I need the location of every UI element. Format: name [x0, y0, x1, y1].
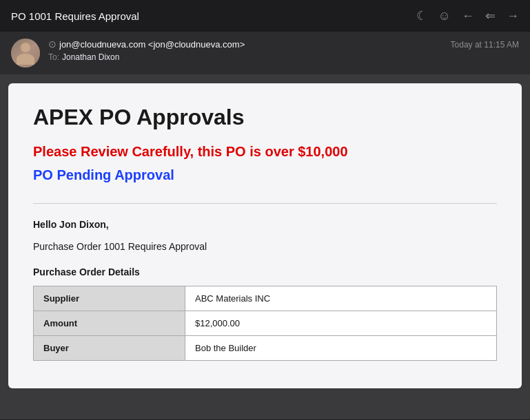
email-heading: APEX PO Approvals	[33, 104, 497, 130]
sender-from-row: ⊙ jon@cloudnueva.com <jon@cloudnueva.com…	[48, 39, 245, 50]
email-body-wrapper: APEX PO Approvals Please Review Carefull…	[0, 75, 530, 419]
table-row: Amount$12,000.00	[34, 311, 497, 336]
sender-email: jon@cloudnueva.com <jon@cloudnueva.com>	[59, 39, 245, 50]
forward-icon[interactable]: →	[507, 9, 519, 23]
to-label: To:	[48, 52, 59, 62]
email-header: ⊙ jon@cloudnueva.com <jon@cloudnueva.com…	[0, 32, 530, 75]
sender-info: ⊙ jon@cloudnueva.com <jon@cloudnueva.com…	[48, 39, 245, 62]
table-value-cell: ABC Materials INC	[185, 286, 497, 311]
reply-all-icon[interactable]: ⇐	[485, 8, 496, 23]
sender-area: ⊙ jon@cloudnueva.com <jon@cloudnueva.com…	[11, 39, 245, 67]
table-label-cell: Buyer	[34, 336, 185, 361]
moon-icon[interactable]: ☾	[416, 8, 427, 23]
body-text: Purchase Order 1001 Requires Approval	[33, 240, 497, 254]
table-value-cell: Bob the Builder	[185, 336, 497, 361]
po-details-table: SupplierABC Materials INCAmount$12,000.0…	[33, 286, 497, 361]
table-value-cell: $12,000.00	[185, 311, 497, 336]
table-label-cell: Supplier	[34, 286, 185, 311]
table-row: BuyerBob the Builder	[34, 336, 497, 361]
smiley-icon[interactable]: ☺	[438, 9, 451, 23]
table-label-cell: Amount	[34, 311, 185, 336]
recipient-name: Jonathan Dixon	[62, 52, 119, 62]
reply-icon[interactable]: ←	[462, 9, 474, 23]
divider	[33, 203, 497, 204]
email-content: APEX PO Approvals Please Review Carefull…	[8, 83, 522, 388]
top-bar: PO 1001 Requires Approval ☾ ☺ ← ⇐ →	[0, 0, 530, 32]
email-timestamp: Today at 11:15 AM	[451, 39, 519, 50]
sender-indicator-icon: ⊙	[48, 39, 57, 50]
toolbar-icons: ☾ ☺ ← ⇐ →	[416, 8, 519, 23]
email-inner: APEX PO Approvals Please Review Carefull…	[8, 83, 522, 388]
email-subheading: PO Pending Approval	[33, 166, 497, 184]
sender-to-row: To: Jonathan Dixon	[48, 52, 245, 62]
greeting: Hello Jon Dixon,	[33, 219, 497, 230]
window-title: PO 1001 Requires Approval	[11, 10, 139, 22]
avatar	[11, 39, 40, 67]
email-warning: Please Review Carefully, this PO is over…	[33, 143, 497, 160]
section-title: Purchase Order Details	[33, 266, 497, 277]
table-row: SupplierABC Materials INC	[34, 286, 497, 311]
